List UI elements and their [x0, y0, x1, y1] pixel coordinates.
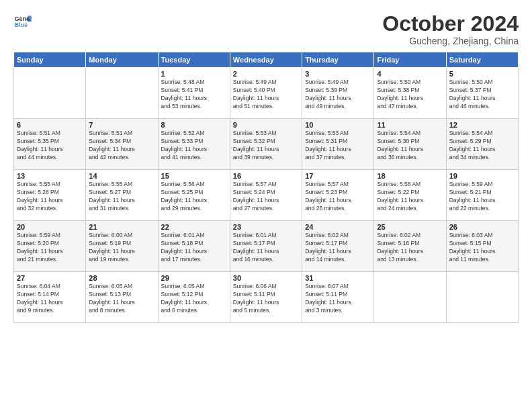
- day-number: 6: [17, 121, 83, 129]
- day-cell: 6Sunrise: 5:51 AM Sunset: 5:35 PM Daylig…: [14, 119, 86, 170]
- day-info: Sunrise: 5:50 AM Sunset: 5:37 PM Dayligh…: [449, 79, 515, 111]
- day-number: 2: [233, 70, 299, 78]
- day-cell: [374, 272, 446, 323]
- day-cell: 31Sunrise: 6:07 AM Sunset: 5:11 PM Dayli…: [302, 272, 374, 323]
- day-info: Sunrise: 6:02 AM Sunset: 5:16 PM Dayligh…: [377, 232, 443, 264]
- day-cell: 22Sunrise: 6:01 AM Sunset: 5:18 PM Dayli…: [158, 221, 230, 272]
- header-row: SundayMondayTuesdayWednesdayThursdayFrid…: [14, 52, 519, 68]
- day-info: Sunrise: 5:53 AM Sunset: 5:32 PM Dayligh…: [233, 130, 299, 162]
- day-header: Monday: [86, 52, 158, 68]
- day-header: Tuesday: [158, 52, 230, 68]
- day-cell: 30Sunrise: 6:06 AM Sunset: 5:11 PM Dayli…: [230, 272, 302, 323]
- day-info: Sunrise: 5:59 AM Sunset: 5:21 PM Dayligh…: [449, 181, 515, 213]
- day-number: 3: [305, 70, 371, 78]
- day-number: 7: [89, 121, 154, 129]
- title-block: October 2024 Gucheng, Zhejiang, China: [382, 12, 519, 46]
- day-cell: 5Sunrise: 5:50 AM Sunset: 5:37 PM Daylig…: [446, 68, 518, 119]
- day-cell: 16Sunrise: 5:57 AM Sunset: 5:24 PM Dayli…: [230, 170, 302, 221]
- day-cell: 20Sunrise: 5:59 AM Sunset: 5:20 PM Dayli…: [14, 221, 86, 272]
- day-cell: 1Sunrise: 5:48 AM Sunset: 5:41 PM Daylig…: [158, 68, 230, 119]
- day-info: Sunrise: 6:07 AM Sunset: 5:11 PM Dayligh…: [305, 283, 371, 315]
- day-number: 8: [161, 121, 227, 129]
- day-cell: 27Sunrise: 6:04 AM Sunset: 5:14 PM Dayli…: [14, 272, 86, 323]
- day-info: Sunrise: 6:02 AM Sunset: 5:17 PM Dayligh…: [305, 232, 371, 264]
- day-cell: 19Sunrise: 5:59 AM Sunset: 5:21 PM Dayli…: [446, 170, 518, 221]
- day-cell: 24Sunrise: 6:02 AM Sunset: 5:17 PM Dayli…: [302, 221, 374, 272]
- day-number: 5: [449, 70, 515, 78]
- day-header: Thursday: [302, 52, 374, 68]
- day-cell: 13Sunrise: 5:55 AM Sunset: 5:28 PM Dayli…: [14, 170, 86, 221]
- day-cell: 11Sunrise: 5:54 AM Sunset: 5:30 PM Dayli…: [374, 119, 446, 170]
- day-info: Sunrise: 5:49 AM Sunset: 5:40 PM Dayligh…: [233, 79, 299, 111]
- day-info: Sunrise: 5:51 AM Sunset: 5:35 PM Dayligh…: [17, 130, 83, 162]
- day-cell: 10Sunrise: 5:53 AM Sunset: 5:31 PM Dayli…: [302, 119, 374, 170]
- svg-text:Blue: Blue: [14, 21, 28, 28]
- day-number: 29: [161, 274, 227, 282]
- day-info: Sunrise: 5:48 AM Sunset: 5:41 PM Dayligh…: [161, 79, 227, 111]
- day-number: 15: [161, 172, 227, 180]
- day-number: 27: [17, 274, 83, 282]
- day-info: Sunrise: 5:50 AM Sunset: 5:38 PM Dayligh…: [377, 79, 443, 111]
- day-info: Sunrise: 6:05 AM Sunset: 5:12 PM Dayligh…: [161, 283, 227, 315]
- week-row: 13Sunrise: 5:55 AM Sunset: 5:28 PM Dayli…: [14, 170, 519, 221]
- day-info: Sunrise: 6:04 AM Sunset: 5:14 PM Dayligh…: [17, 283, 83, 315]
- day-number: 1: [161, 70, 227, 78]
- day-number: 9: [233, 121, 299, 129]
- day-number: 18: [377, 172, 443, 180]
- day-cell: 17Sunrise: 5:57 AM Sunset: 5:23 PM Dayli…: [302, 170, 374, 221]
- day-number: 4: [377, 70, 443, 78]
- day-info: Sunrise: 5:58 AM Sunset: 5:22 PM Dayligh…: [377, 181, 443, 213]
- day-info: Sunrise: 6:05 AM Sunset: 5:13 PM Dayligh…: [89, 283, 154, 315]
- subtitle: Gucheng, Zhejiang, China: [382, 36, 519, 46]
- day-number: 30: [233, 274, 299, 282]
- week-row: 20Sunrise: 5:59 AM Sunset: 5:20 PM Dayli…: [14, 221, 519, 272]
- week-row: 6Sunrise: 5:51 AM Sunset: 5:35 PM Daylig…: [14, 119, 519, 170]
- day-cell: [14, 68, 86, 119]
- day-info: Sunrise: 5:51 AM Sunset: 5:34 PM Dayligh…: [89, 130, 154, 162]
- day-info: Sunrise: 5:54 AM Sunset: 5:30 PM Dayligh…: [377, 130, 443, 162]
- week-row: 1Sunrise: 5:48 AM Sunset: 5:41 PM Daylig…: [14, 68, 519, 119]
- day-cell: 28Sunrise: 6:05 AM Sunset: 5:13 PM Dayli…: [86, 272, 158, 323]
- day-number: 11: [377, 121, 443, 129]
- day-cell: 18Sunrise: 5:58 AM Sunset: 5:22 PM Dayli…: [374, 170, 446, 221]
- day-info: Sunrise: 5:52 AM Sunset: 5:33 PM Dayligh…: [161, 130, 227, 162]
- day-cell: 8Sunrise: 5:52 AM Sunset: 5:33 PM Daylig…: [158, 119, 230, 170]
- day-cell: 12Sunrise: 5:54 AM Sunset: 5:29 PM Dayli…: [446, 119, 518, 170]
- day-cell: 21Sunrise: 6:00 AM Sunset: 5:19 PM Dayli…: [86, 221, 158, 272]
- logo-icon: General Blue: [13, 12, 32, 31]
- day-cell: 4Sunrise: 5:50 AM Sunset: 5:38 PM Daylig…: [374, 68, 446, 119]
- day-cell: [446, 272, 518, 323]
- day-header: Sunday: [14, 52, 86, 68]
- day-cell: 15Sunrise: 5:56 AM Sunset: 5:25 PM Dayli…: [158, 170, 230, 221]
- day-number: 28: [89, 274, 154, 282]
- day-header: Saturday: [446, 52, 518, 68]
- page: General Blue October 2024 Gucheng, Zheji…: [0, 0, 532, 411]
- day-info: Sunrise: 5:59 AM Sunset: 5:20 PM Dayligh…: [17, 232, 83, 264]
- day-info: Sunrise: 5:53 AM Sunset: 5:31 PM Dayligh…: [305, 130, 371, 162]
- logo: General Blue: [13, 12, 32, 31]
- day-cell: 25Sunrise: 6:02 AM Sunset: 5:16 PM Dayli…: [374, 221, 446, 272]
- day-cell: 23Sunrise: 6:01 AM Sunset: 5:17 PM Dayli…: [230, 221, 302, 272]
- day-info: Sunrise: 6:01 AM Sunset: 5:18 PM Dayligh…: [161, 232, 227, 264]
- month-title: October 2024: [382, 12, 519, 36]
- day-number: 17: [305, 172, 371, 180]
- day-info: Sunrise: 5:55 AM Sunset: 5:27 PM Dayligh…: [89, 181, 154, 213]
- day-number: 16: [233, 172, 299, 180]
- day-number: 26: [449, 223, 515, 231]
- day-cell: 9Sunrise: 5:53 AM Sunset: 5:32 PM Daylig…: [230, 119, 302, 170]
- day-number: 14: [89, 172, 154, 180]
- week-row: 27Sunrise: 6:04 AM Sunset: 5:14 PM Dayli…: [14, 272, 519, 323]
- calendar-table: SundayMondayTuesdayWednesdayThursdayFrid…: [13, 52, 519, 323]
- day-number: 21: [89, 223, 154, 231]
- day-info: Sunrise: 6:01 AM Sunset: 5:17 PM Dayligh…: [233, 232, 299, 264]
- day-number: 23: [233, 223, 299, 231]
- day-header: Friday: [374, 52, 446, 68]
- day-number: 10: [305, 121, 371, 129]
- day-number: 20: [17, 223, 83, 231]
- day-info: Sunrise: 5:57 AM Sunset: 5:23 PM Dayligh…: [305, 181, 371, 213]
- day-cell: 7Sunrise: 5:51 AM Sunset: 5:34 PM Daylig…: [86, 119, 158, 170]
- day-cell: 14Sunrise: 5:55 AM Sunset: 5:27 PM Dayli…: [86, 170, 158, 221]
- day-number: 24: [305, 223, 371, 231]
- day-number: 19: [449, 172, 515, 180]
- day-info: Sunrise: 5:57 AM Sunset: 5:24 PM Dayligh…: [233, 181, 299, 213]
